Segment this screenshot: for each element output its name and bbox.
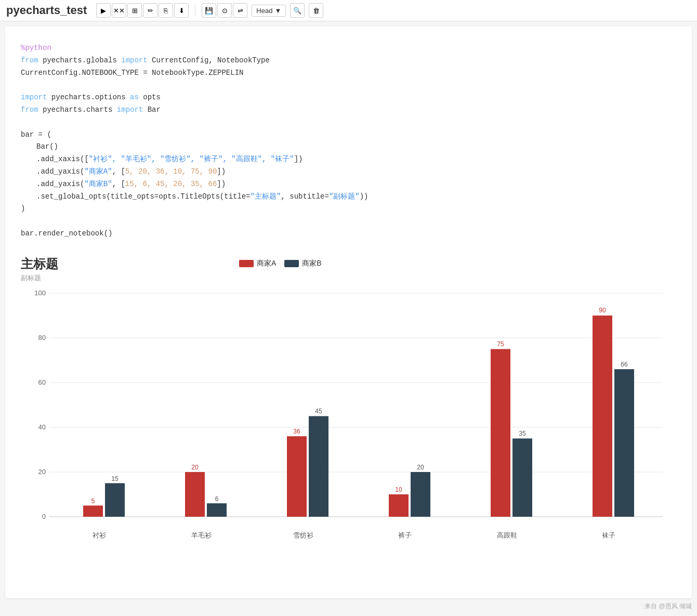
svg-text:20: 20: [191, 464, 199, 471]
delete-button[interactable]: 🗑: [309, 3, 323, 18]
code-line-9: Bar(): [36, 141, 676, 153]
bar-b-4: [411, 472, 430, 517]
svg-text:100: 100: [34, 289, 46, 297]
save-button[interactable]: 💾: [202, 3, 216, 18]
legend-item-a: 商家A: [239, 259, 276, 268]
code-line-16: bar.render_notebook(): [21, 228, 676, 240]
bar-b-2: [207, 503, 227, 517]
chevron-down-icon: ▼: [274, 7, 281, 15]
legend-swatch-a: [239, 260, 254, 267]
svg-text:高跟鞋: 高跟鞋: [497, 531, 517, 539]
settings-button[interactable]: ⊙: [217, 3, 232, 18]
svg-text:66: 66: [621, 361, 628, 368]
edit-button[interactable]: ✏: [143, 3, 157, 18]
code-line-14: ): [21, 203, 676, 215]
svg-text:40: 40: [38, 423, 46, 431]
svg-text:15: 15: [111, 475, 119, 482]
svg-text:羊毛衫: 羊毛衫: [191, 531, 212, 539]
svg-text:20: 20: [417, 464, 424, 471]
head-dropdown[interactable]: Head ▼: [252, 5, 286, 17]
bar-a-1: [83, 505, 103, 517]
code-line-10: .add_xaxis(["衬衫", "羊毛衫", "雪纺衫", "裤子", "高…: [36, 153, 676, 166]
svg-text:袜子: 袜子: [602, 531, 615, 539]
svg-text:雪纺衫: 雪纺衫: [293, 531, 313, 539]
svg-text:6: 6: [215, 495, 219, 503]
legend-label-a: 商家A: [257, 259, 276, 268]
bar-chart: 100 80 60 40 20 0 5 15 衬衫: [21, 288, 676, 566]
code-block: %python from pyecharts.globals import Cu…: [21, 37, 676, 245]
main-content: %python from pyecharts.globals import Cu…: [5, 27, 692, 598]
run-button[interactable]: ▶: [96, 3, 111, 18]
copy-button[interactable]: ⎘: [159, 3, 173, 18]
separator-1: [195, 5, 195, 16]
watermark: 来自 @恩风 倾城: [645, 602, 692, 604]
code-line-2: from pyecharts.globals import CurrentCon…: [21, 55, 676, 67]
view-buttons: 💾 ⊙ ⇌: [202, 3, 247, 18]
table-button[interactable]: ⊞: [127, 3, 142, 18]
svg-text:36: 36: [293, 428, 300, 435]
chart-svg: 100 80 60 40 20 0 5 15 衬衫: [21, 288, 676, 563]
svg-text:45: 45: [315, 408, 322, 415]
svg-text:60: 60: [38, 378, 46, 386]
code-line-3: CurrentConfig.NOTEBOOK_TYPE = NotebookTy…: [21, 67, 676, 80]
svg-text:90: 90: [599, 307, 606, 314]
svg-text:20: 20: [38, 468, 46, 476]
chart-title: 主标题: [21, 256, 676, 272]
bar-a-5: [491, 349, 510, 517]
chart-wrapper: 主标题 副标题 商家A 商家B: [21, 256, 676, 566]
svg-text:75: 75: [497, 340, 504, 348]
legend-item-b: 商家B: [284, 259, 321, 268]
head-label: Head: [256, 7, 272, 15]
toolbar: pyecharts_test ▶ ✕✕ ⊞ ✏ ⎘ ⬇ 💾 ⊙ ⇌ Head ▼…: [0, 0, 697, 21]
page-title: pyecharts_test: [6, 4, 87, 17]
code-line-8: bar = (: [21, 129, 676, 141]
action-buttons: ▶ ✕✕ ⊞ ✏ ⎘ ⬇: [96, 3, 189, 18]
bar-a-2: [185, 472, 205, 517]
code-line-6: from pyecharts.charts import Bar: [21, 104, 676, 116]
bar-b-3: [309, 416, 328, 517]
legend-label-b: 商家B: [302, 259, 321, 268]
layout-button[interactable]: ⇌: [233, 3, 247, 18]
svg-text:0: 0: [42, 513, 46, 520]
code-line-1: %python: [21, 44, 51, 52]
code-line-11: .add_yaxis("商家A", [5, 20, 36, 10, 75, 90…: [36, 166, 676, 178]
bar-a-3: [287, 436, 307, 517]
svg-text:裤子: 裤子: [398, 531, 412, 539]
bar-a-4: [389, 494, 409, 517]
bar-b-6: [614, 369, 634, 517]
stop-button[interactable]: ✕✕: [112, 3, 126, 18]
svg-text:80: 80: [38, 334, 46, 342]
search-button[interactable]: 🔍: [290, 3, 305, 18]
code-line-12: .add_yaxis("商家B", [15, 6, 45, 20, 35, 66…: [36, 178, 676, 191]
code-line-5: import pyecharts.options as opts: [21, 91, 676, 104]
svg-text:10: 10: [395, 486, 402, 493]
svg-text:5: 5: [91, 497, 95, 505]
bar-b-1: [105, 483, 125, 517]
download-button[interactable]: ⬇: [174, 3, 189, 18]
code-line-13: .set_global_opts(title_opts=opts.TitleOp…: [36, 191, 676, 203]
legend-swatch-b: [284, 260, 299, 267]
bar-b-5: [512, 438, 532, 517]
chart-legend: 商家A 商家B: [239, 259, 322, 268]
chart-subtitle: 副标题: [21, 273, 676, 283]
svg-text:衬衫: 衬衫: [93, 531, 106, 539]
bar-a-6: [593, 316, 612, 517]
svg-text:35: 35: [519, 430, 526, 437]
